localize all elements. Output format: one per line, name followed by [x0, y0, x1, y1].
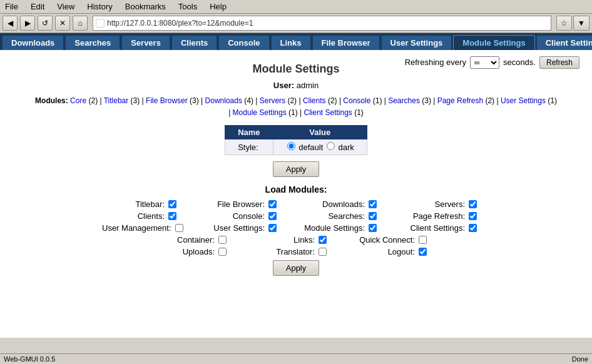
- tab-console[interactable]: Console: [218, 35, 269, 50]
- reload-button[interactable]: ↺: [38, 16, 53, 31]
- load-modules-title: Load Modules:: [13, 185, 579, 195]
- address-text: http://127.0.0.1:8080/plex?to=12&module=…: [107, 19, 253, 28]
- filebrowser-checkbox[interactable]: [268, 200, 277, 208]
- refresh-interval-select[interactable]: ∞ 30 60 120: [470, 56, 499, 69]
- console-checkbox[interactable]: [268, 212, 277, 220]
- module-row-4: Container: Links: Quick Connect:: [108, 235, 484, 245]
- tab-links[interactable]: Links: [271, 35, 311, 50]
- page-title: Module Settings: [253, 63, 340, 76]
- links-checkbox[interactable]: [319, 236, 327, 244]
- module-link-servers[interactable]: Servers: [260, 96, 285, 105]
- module-link-clients[interactable]: Clients: [303, 96, 326, 105]
- clients-checkbox[interactable]: [168, 212, 176, 220]
- tab-searches[interactable]: Searches: [65, 35, 120, 50]
- module-searches: Searches:: [302, 211, 390, 221]
- menu-file[interactable]: File: [3, 1, 21, 12]
- menubar: File Edit View History Bookmarks Tools H…: [0, 0, 592, 14]
- seconds-label: seconds.: [503, 58, 536, 67]
- quickconnect-label: Quick Connect:: [352, 235, 415, 245]
- container-checkbox[interactable]: [218, 236, 227, 244]
- module-link-core[interactable]: Core: [70, 96, 86, 105]
- menu-help[interactable]: Help: [207, 1, 229, 12]
- module-row-2: Clients: Console: Searches: Page Refresh…: [108, 211, 484, 221]
- module-link-titlebar[interactable]: Titlebar: [104, 96, 129, 105]
- module-links: Links:: [252, 235, 340, 245]
- translator-checkbox[interactable]: [319, 248, 327, 256]
- forward-button[interactable]: ▶: [20, 16, 35, 31]
- module-link-usersettings[interactable]: User Settings: [501, 96, 546, 105]
- logout-checkbox[interactable]: [419, 248, 427, 256]
- tab-downloads[interactable]: Downloads: [2, 35, 64, 50]
- load-modules-apply-button[interactable]: Apply: [273, 260, 320, 276]
- tab-client-settings[interactable]: Client Settings: [536, 35, 592, 50]
- tab-module-settings[interactable]: Module Settings: [453, 35, 534, 50]
- user-value: admin: [297, 81, 319, 90]
- downloads-checkbox[interactable]: [369, 200, 377, 208]
- logout-label: Logout:: [352, 247, 415, 256]
- clientsettings-checkbox[interactable]: [469, 224, 477, 232]
- module-servers: Servers:: [402, 200, 490, 209]
- bookmark-dropdown-button[interactable]: ▼: [573, 16, 589, 31]
- module-link-console[interactable]: Console: [343, 96, 370, 105]
- value-header: Value: [273, 126, 367, 139]
- stop-button[interactable]: ✕: [55, 16, 70, 31]
- module-link-filebrowser[interactable]: File Browser: [146, 96, 188, 105]
- usersettings-checkbox[interactable]: [268, 224, 277, 232]
- links-label: Links:: [252, 235, 315, 245]
- module-link-modulesettings[interactable]: Module Settings: [233, 108, 287, 117]
- refresh-button[interactable]: Refresh: [539, 56, 579, 69]
- servers-checkbox[interactable]: [469, 200, 477, 208]
- menu-bookmarks[interactable]: Bookmarks: [123, 1, 168, 12]
- style-options: default dark: [273, 139, 367, 155]
- style-apply-button[interactable]: Apply: [273, 161, 320, 177]
- back-button[interactable]: ◀: [3, 16, 18, 31]
- style-table: Name Value Style: default dark: [225, 125, 367, 155]
- searches-checkbox[interactable]: [369, 212, 377, 220]
- module-link-pagerefresh[interactable]: Page Refresh: [437, 96, 483, 105]
- style-default-radio[interactable]: [287, 142, 295, 150]
- console-label: Console:: [202, 211, 265, 221]
- module-usermgmt: User Management:: [102, 223, 190, 233]
- style-default-label: default: [299, 143, 323, 152]
- menu-history[interactable]: History: [84, 1, 115, 12]
- user-row: User: admin: [13, 81, 579, 90]
- module-quickconnect: Quick Connect:: [352, 235, 440, 245]
- module-logout: Logout:: [352, 247, 440, 256]
- module-row-5: Uploads: Translator: Logout:: [108, 247, 484, 256]
- tab-clients[interactable]: Clients: [171, 35, 217, 50]
- quickconnect-checkbox[interactable]: [419, 236, 427, 244]
- modules-grid: Titlebar: File Browser: Downloads: Serve…: [108, 200, 484, 256]
- menu-edit[interactable]: Edit: [28, 1, 47, 12]
- titlebar-checkbox[interactable]: [168, 200, 176, 208]
- bookmark-star-button[interactable]: ☆: [556, 16, 572, 31]
- tab-servers[interactable]: Servers: [121, 35, 170, 50]
- nav-tabs: Downloads Searches Servers Clients Conso…: [0, 33, 592, 50]
- module-link-clientsettings[interactable]: Client Settings: [304, 108, 352, 117]
- module-clients: Clients:: [102, 211, 190, 221]
- tab-file-browser[interactable]: File Browser: [312, 35, 380, 50]
- module-uploads: Uploads:: [152, 247, 240, 256]
- home-button[interactable]: ⌂: [73, 16, 88, 31]
- module-link-searches[interactable]: Searches: [388, 96, 420, 105]
- module-titlebar: Titlebar:: [102, 200, 190, 209]
- pagerefresh-checkbox[interactable]: [469, 212, 477, 220]
- titlebar-label: Titlebar:: [102, 200, 165, 209]
- module-link-downloads[interactable]: Downloads: [205, 96, 242, 105]
- modulesettings-checkbox[interactable]: [369, 224, 377, 232]
- menu-view[interactable]: View: [54, 1, 77, 12]
- clientsettings-label: Client Settings:: [402, 223, 465, 233]
- tab-user-settings[interactable]: User Settings: [381, 35, 452, 50]
- menu-tools[interactable]: Tools: [176, 1, 200, 12]
- module-row-1: Titlebar: File Browser: Downloads: Serve…: [108, 200, 484, 209]
- style-dark-radio[interactable]: [327, 142, 335, 150]
- container-label: Container:: [152, 235, 215, 245]
- usermgmt-checkbox[interactable]: [175, 224, 183, 232]
- module-usersettings: User Settings:: [202, 223, 290, 233]
- searches-label: Searches:: [302, 211, 365, 221]
- user-label: User:: [273, 81, 294, 90]
- uploads-checkbox[interactable]: [218, 248, 227, 256]
- style-label: Style:: [225, 139, 273, 155]
- usersettings-label: User Settings:: [202, 223, 265, 233]
- modules-label: Modules:: [35, 96, 68, 105]
- address-bar[interactable]: http://127.0.0.1:8080/plex?to=12&module=…: [93, 16, 551, 31]
